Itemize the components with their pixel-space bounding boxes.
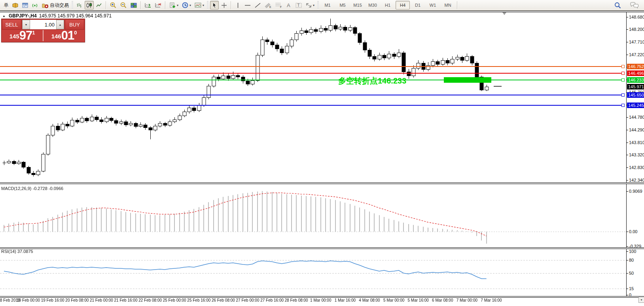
dropdown-caret-icon[interactable]: ▾ — [189, 4, 191, 7]
chart-shift-marker[interactable] — [502, 12, 506, 15]
fibonacci-tool-button[interactable]: F — [274, 1, 284, 10]
crosshair-icon — [221, 2, 227, 9]
timeframe-button-m5[interactable]: M5 — [335, 1, 350, 10]
time-label: 19 Feb 00:00 — [17, 298, 40, 302]
mt4-terminal: 单 自动交易 — [0, 0, 644, 306]
toolbar-separator — [106, 1, 106, 9]
rsi-axis-tick: 50 — [629, 271, 634, 276]
horizontal-line-object[interactable] — [0, 80, 624, 80]
toolbar-grip[interactable] — [207, 1, 208, 9]
search-icon — [614, 2, 621, 9]
new-order-button[interactable]: 单 — [1, 1, 10, 10]
text-tool-button[interactable]: A — [284, 1, 293, 10]
channel-tool-button[interactable]: E — [263, 1, 273, 10]
timeframe-button-d1[interactable]: D1 — [411, 1, 425, 10]
autoscroll-button[interactable] — [143, 1, 153, 10]
candle-chart-icon — [86, 2, 93, 9]
horizontal-line-object[interactable] — [0, 73, 624, 74]
trendline-tool-button[interactable] — [253, 1, 262, 10]
toolbar-separator — [140, 1, 141, 9]
templates-button[interactable]: ▾ — [193, 1, 205, 10]
volume-input[interactable] — [30, 20, 56, 29]
sell-button[interactable]: SELL — [2, 19, 21, 30]
line-anchor-handle[interactable] — [621, 78, 625, 82]
signals-button[interactable] — [30, 1, 40, 10]
buy-price[interactable]: 146 01 0 — [44, 29, 85, 42]
horizontal-line-object[interactable] — [0, 95, 624, 95]
price-badge: 145.971 — [627, 84, 644, 89]
price-tick: 147.710 — [629, 40, 644, 44]
rsi-axis-tick: 0 — [629, 293, 631, 297]
timeframe-button-m15[interactable]: M15 — [350, 1, 365, 10]
candle-chart-button[interactable] — [85, 1, 94, 10]
bar-chart-button[interactable] — [75, 1, 84, 10]
vertical-line-tool-button[interactable] — [233, 1, 242, 10]
sell-price[interactable]: 145 97 1 — [2, 29, 43, 42]
horizontal-line-object[interactable] — [0, 66, 624, 67]
volume-decrease-button[interactable]: ▼ — [22, 20, 30, 29]
time-label: 27 Feb 00:00 — [236, 298, 259, 302]
sell-price-whole: 145 — [9, 31, 19, 42]
search-button[interactable] — [613, 1, 623, 10]
tile-windows-button[interactable] — [129, 1, 138, 10]
dropdown-caret-icon[interactable]: ▾ — [203, 4, 204, 7]
text-label-icon: T — [295, 2, 302, 9]
text-annotation[interactable]: 多空转折点146.233 — [338, 76, 406, 86]
chat-button[interactable] — [629, 1, 640, 10]
macd-axis-tick: -0.329 — [629, 244, 641, 249]
navigator-button[interactable] — [21, 1, 30, 10]
panel-separator[interactable] — [0, 182, 644, 184]
timeframe-button-m1[interactable]: M1 — [320, 1, 335, 10]
dropdown-caret-icon[interactable]: ▾ — [313, 4, 314, 7]
panel-separator[interactable] — [0, 247, 644, 249]
svg-text:E: E — [269, 6, 271, 8]
toolbar-grip[interactable] — [72, 1, 73, 9]
timeframe-button-mn[interactable]: MN — [441, 1, 455, 10]
cursor-tool-button[interactable] — [210, 1, 219, 10]
autotrade-button[interactable]: 自动交易 — [40, 1, 70, 10]
line-anchor-handle[interactable] — [621, 65, 625, 68]
timeframe-button-m30[interactable]: M30 — [366, 1, 380, 10]
time-label: 6 Mar 08:00 — [432, 298, 453, 302]
macd-panel-chart[interactable] — [0, 184, 626, 247]
new-order-label: 单 — [4, 2, 9, 9]
chat-icon — [630, 2, 639, 9]
arrows-tool-button[interactable]: ▾ — [304, 1, 316, 10]
line-anchor-handle[interactable] — [621, 93, 625, 97]
zoom-in-button[interactable] — [108, 1, 118, 10]
toolbar-grip[interactable] — [317, 1, 319, 9]
text-label-tool-button[interactable]: T — [294, 1, 303, 10]
timeframe-button-w1[interactable]: W1 — [426, 1, 440, 10]
template-icon — [194, 2, 202, 8]
price-badge: 146.752 — [627, 64, 644, 69]
time-label: 5 Mar 00:00 — [383, 298, 404, 302]
timeframe-button-h4[interactable]: H4 — [396, 1, 410, 10]
periods-button[interactable]: ▾ — [180, 1, 192, 10]
main-price-chart[interactable] — [0, 12, 626, 182]
horizontal-line-object[interactable] — [0, 105, 624, 106]
timeframe-button-h1[interactable]: H1 — [381, 1, 395, 10]
indicators-button[interactable]: ▾ — [168, 1, 180, 10]
line-anchor-handle[interactable] — [621, 72, 625, 75]
fibonacci-icon: F — [275, 2, 282, 9]
line-chart-button[interactable] — [95, 1, 104, 10]
bar-chart-icon — [76, 2, 83, 9]
dropdown-caret-icon[interactable]: ▾ — [177, 4, 178, 7]
horizontal-line-tool-button[interactable] — [243, 1, 252, 10]
chart-shift-button[interactable] — [153, 1, 163, 10]
line-anchor-handle[interactable] — [621, 104, 625, 107]
time-label: 5 Mar 16:00 — [408, 298, 429, 302]
price-tick: 142.340 — [629, 178, 644, 182]
volume-increase-button[interactable]: ▲ — [56, 20, 64, 29]
indicators-icon — [169, 2, 176, 9]
svg-text:A: A — [287, 2, 290, 8]
panel-collapse-icon[interactable]: ▲ — [2, 14, 6, 18]
market-watch-button[interactable] — [11, 1, 20, 10]
price-tick: 148.680 — [629, 15, 644, 19]
svg-text:F: F — [280, 6, 282, 8]
rectangle-object[interactable] — [444, 77, 491, 83]
crosshair-tool-button[interactable] — [220, 1, 229, 10]
rsi-panel-chart[interactable] — [0, 249, 626, 295]
macd-label: MACD(12,26,9) -0.2728 -0.0966 — [1, 186, 63, 191]
zoom-out-button[interactable] — [119, 1, 128, 10]
